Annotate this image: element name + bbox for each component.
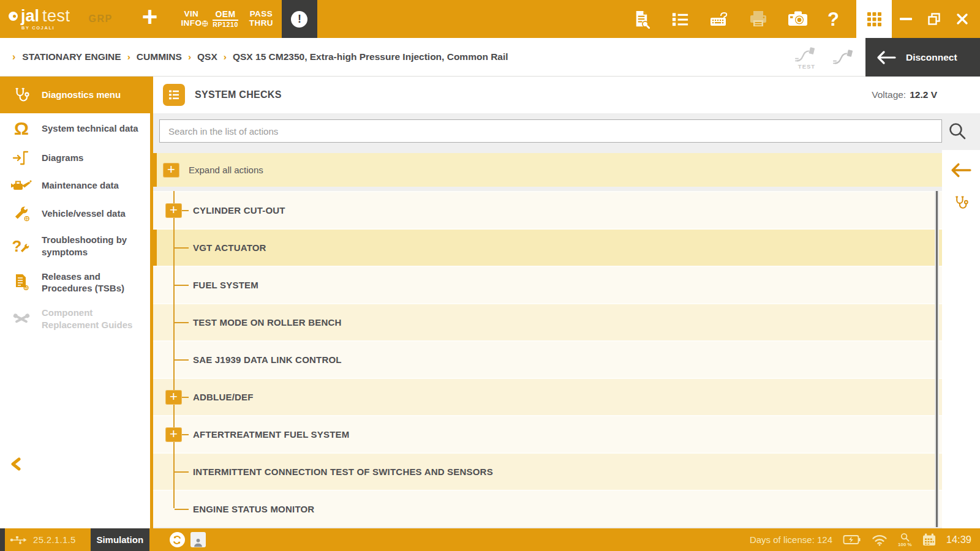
- action-row-fuel-system[interactable]: FUEL SYSTEM: [153, 266, 942, 303]
- zoom-level: 100 %: [898, 542, 912, 547]
- app-window: jaltest BY COJALI GRP + VIN INFO OEM RP1…: [0, 0, 980, 551]
- expand-node-button[interactable]: +: [165, 203, 182, 218]
- diagnostics-shortcut-button[interactable]: [954, 195, 969, 211]
- expand-all-actions-row[interactable]: + Expand all actions: [153, 153, 942, 187]
- system-warnings-button[interactable]: !: [282, 0, 317, 38]
- user-account-button[interactable]: [190, 532, 206, 547]
- close-icon: [956, 13, 968, 25]
- tree-tick: [175, 471, 189, 473]
- calendar-icon: [922, 533, 936, 546]
- back-button[interactable]: [950, 162, 972, 178]
- sidebar-item-label: Vehicle/vessel data: [42, 208, 126, 220]
- expand-all-plus-button[interactable]: +: [163, 163, 179, 178]
- search-icon[interactable]: [948, 121, 967, 143]
- connector-test-label: TEST: [798, 63, 815, 70]
- clock: 14:39: [946, 534, 971, 545]
- sidebar-item-diagrams[interactable]: Diagrams: [0, 144, 150, 172]
- breadcrumb: STATIONARY ENGINE › CUMMINS › QSX › QSX …: [22, 51, 508, 62]
- sync-icon: [172, 535, 182, 545]
- new-session-button[interactable]: +: [142, 5, 158, 29]
- camera-icon: [787, 9, 809, 29]
- screenshot-button[interactable]: [787, 9, 809, 29]
- report-button[interactable]: [631, 9, 652, 29]
- license-days: Days of license: 124: [750, 534, 832, 545]
- stethoscope-icon: [9, 87, 34, 103]
- sidebar-item-label: Diagrams: [42, 152, 83, 164]
- logo-mark-icon: [9, 12, 18, 21]
- sidebar-item-label: Releases and Procedures (TSBs): [42, 271, 146, 295]
- app-logo[interactable]: jaltest BY COJALI: [9, 8, 70, 31]
- action-row-test-mode-roller-bench[interactable]: TEST MODE ON ROLLER BENCH: [153, 303, 942, 340]
- scrollbar-thumb[interactable]: [936, 191, 938, 527]
- sidebar-item-system-technical-data[interactable]: Ω System technical data: [0, 113, 150, 144]
- collapse-sidebar-button[interactable]: [9, 456, 23, 474]
- report-icon: [631, 9, 652, 29]
- connector-test-icon: [794, 45, 820, 65]
- page-title: SYSTEM CHECKS: [195, 89, 282, 100]
- expand-node-button[interactable]: +: [165, 427, 182, 442]
- action-row-cylinder-cut-out[interactable]: + CYLINDER CUT-OUT: [153, 191, 942, 228]
- right-tool-strip: [942, 150, 980, 528]
- breadcrumb-item-brand[interactable]: CUMMINS: [137, 51, 182, 62]
- breadcrumb-item-model[interactable]: QSX: [197, 51, 217, 62]
- sync-button[interactable]: [170, 532, 185, 547]
- breadcrumb-item-category[interactable]: STATIONARY ENGINE: [22, 51, 121, 62]
- user-icon: [193, 537, 203, 547]
- zoom-indicator: 100 %: [898, 533, 912, 547]
- jaltest-link-button[interactable]: [832, 48, 858, 67]
- disconnect-button[interactable]: Disconnect: [865, 38, 980, 77]
- grp-label: GRP: [89, 13, 113, 24]
- jaltest-link-test-button[interactable]: TEST: [794, 45, 820, 70]
- sidebar-item-label: Troubleshooting by symptoms: [42, 234, 146, 258]
- help-icon: ?: [827, 10, 839, 29]
- question-wrench-icon: ?: [9, 238, 34, 254]
- action-row-aftertreatment-fuel-system[interactable]: + AFTERTREATMENT FUEL SYSTEM: [153, 415, 942, 452]
- restore-icon: [927, 12, 941, 26]
- warning-icon: !: [291, 11, 307, 28]
- status-bar: 25.2.1.1.5 Simulation Days of license: 1…: [0, 528, 980, 551]
- sidebar-item-maintenance-data[interactable]: Maintenance data: [0, 172, 150, 199]
- oem-rp1210-button[interactable]: OEM RP1210: [213, 10, 238, 29]
- actions-list: + CYLINDER CUT-OUT VGT ACTUATOR FUEL SYS…: [153, 191, 942, 527]
- breadcrumb-item-system[interactable]: QSX 15 CM2350, Extra-high Pressure Injec…: [233, 51, 508, 62]
- sidebar-item-label: System technical data: [42, 122, 138, 135]
- keyboard-button[interactable]: [709, 9, 729, 29]
- sidebar-item-diagnostics-menu[interactable]: Diagnostics menu: [0, 77, 150, 113]
- wrench-icon: [9, 205, 34, 222]
- action-row-intermittent-connection-test[interactable]: INTERMITTENT CONNECTION TEST OF SWITCHES…: [153, 452, 942, 490]
- connector-icon: [832, 48, 858, 67]
- action-row-engine-status-monitor[interactable]: ENGINE STATUS MONITOR: [153, 490, 942, 527]
- logo-text-light: test: [42, 8, 70, 24]
- action-row-sae-j1939-data-link[interactable]: SAE J1939 DATA LINK CONTROL: [153, 340, 942, 378]
- actions-list-button[interactable]: [670, 9, 690, 29]
- apps-grid-button[interactable]: [856, 0, 892, 38]
- logo-text-bold: jal: [21, 8, 39, 24]
- tree-tick: [175, 359, 189, 361]
- stethoscope-icon: [954, 195, 969, 211]
- sidebar-item-vehicle-vessel-data[interactable]: Vehicle/vessel data: [0, 199, 150, 228]
- sidebar-item-troubleshooting[interactable]: ? Troubleshooting by symptoms: [0, 228, 150, 264]
- expand-node-button[interactable]: +: [165, 390, 182, 405]
- documents-icon: [9, 274, 34, 291]
- breadcrumb-separator: ›: [224, 51, 227, 62]
- minimize-button[interactable]: [892, 0, 920, 38]
- scrollbar-track[interactable]: [935, 191, 939, 527]
- help-button[interactable]: ?: [827, 10, 839, 29]
- system-checks-icon: [163, 84, 185, 106]
- vin-info-button[interactable]: VIN INFO: [181, 10, 202, 28]
- action-row-adblue-def[interactable]: + ADBLUE/DEF: [153, 378, 942, 415]
- breadcrumb-lead-chevron: ›: [12, 51, 15, 62]
- grid-icon: [867, 12, 882, 27]
- action-row-vgt-actuator[interactable]: VGT ACTUATOR: [153, 228, 942, 266]
- oil-can-icon: [9, 178, 34, 193]
- print-button[interactable]: [748, 9, 769, 29]
- breadcrumb-separator: ›: [127, 51, 130, 62]
- pass-thru-button[interactable]: PASS THRU: [249, 10, 273, 28]
- sidebar-item-releases-tsbs[interactable]: Releases and Procedures (TSBs): [0, 264, 150, 301]
- tree-line: [173, 191, 175, 508]
- simulation-mode-badge: Simulation: [91, 528, 149, 551]
- close-button[interactable]: [948, 0, 976, 38]
- sidebar: Diagnostics menu Ω System technical data…: [0, 77, 150, 528]
- restore-button[interactable]: [920, 0, 948, 38]
- search-input[interactable]: [159, 119, 942, 143]
